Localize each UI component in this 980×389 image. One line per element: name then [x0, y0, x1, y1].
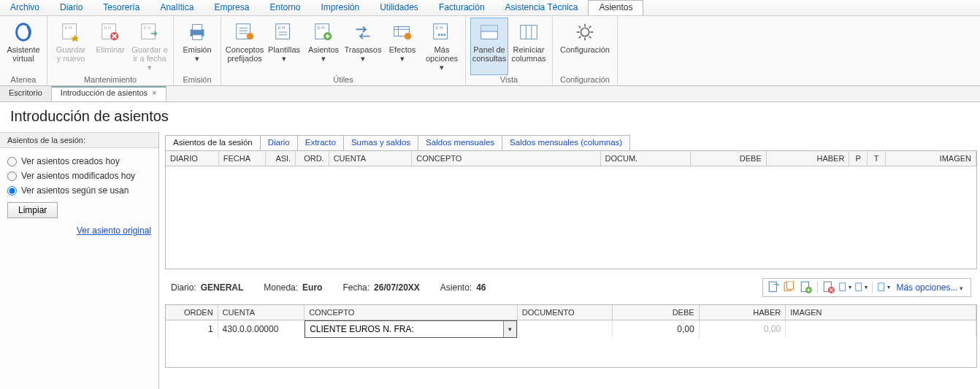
- radio-2[interactable]: Ver asientos según se usan: [7, 183, 151, 198]
- concepto-input[interactable]: [305, 321, 503, 337]
- doctab-escritorio[interactable]: Escritorio: [0, 86, 52, 101]
- col-diario[interactable]: DIARIO: [166, 151, 218, 166]
- page-title: Introducción de asientos: [0, 102, 980, 132]
- entry-info-bar: Diario:GENERAL Moneda:Euro Fecha:26/07/2…: [165, 269, 977, 304]
- menu-asientos[interactable]: Asientos: [588, 0, 643, 15]
- menu-archivo[interactable]: Archivo: [0, 0, 50, 15]
- doc-add-icon[interactable]: [800, 281, 813, 294]
- more-options-button[interactable]: Más opciones...: [893, 282, 966, 293]
- cell-haber[interactable]: 0,00: [699, 320, 786, 338]
- doc-new-icon[interactable]: [767, 281, 781, 294]
- col-asi.[interactable]: ASI.: [265, 151, 295, 166]
- menu-impresión[interactable]: Impresión: [310, 0, 370, 15]
- doc-copy-icon[interactable]: [784, 281, 797, 294]
- svg-rect-31: [787, 281, 794, 289]
- col-imagen[interactable]: IMAGEN: [885, 151, 976, 166]
- cell-imagen[interactable]: [786, 320, 976, 338]
- toolbar-separator: [872, 282, 873, 293]
- menu-diario[interactable]: Diario: [50, 0, 93, 15]
- ribbon-asientos-btn[interactable]: D HAsientos ▾: [305, 18, 342, 75]
- col-haber[interactable]: HABER: [766, 151, 849, 166]
- ribbon-emision[interactable]: Emisión ▾: [178, 18, 216, 75]
- ribbon-config[interactable]: Configuración: [566, 18, 604, 75]
- svg-text:D H: D H: [436, 26, 443, 30]
- entry-row: 1 430.0.0.00000 ▾ 0,00 0,00: [166, 320, 976, 338]
- ecol-debe[interactable]: DEBE: [613, 305, 700, 320]
- doctab-intro[interactable]: Introducción de asientos×: [52, 86, 166, 101]
- ribbon-asistente[interactable]: Asistente virtual: [4, 18, 42, 75]
- ribbon-label: Reiniciar columnas: [511, 45, 545, 63]
- col-fecha[interactable]: FECHA: [218, 151, 265, 166]
- ribbon-traspasos[interactable]: Traspasos ▾: [344, 18, 382, 75]
- ecol-imagen[interactable]: IMAGEN: [786, 305, 976, 320]
- ecol-concepto[interactable]: CONCEPTO: [305, 305, 518, 320]
- svg-rect-26: [481, 26, 498, 31]
- ribbon-efectos[interactable]: Efectos ▾: [383, 18, 421, 75]
- save-arrow-icon: D H: [138, 20, 161, 44]
- session-tab-4[interactable]: Saldos mensuales: [418, 135, 502, 150]
- col-docum.[interactable]: DOCUM.: [600, 151, 691, 166]
- clear-button[interactable]: Limpiar: [7, 202, 58, 218]
- svg-text:D H: D H: [278, 26, 286, 30]
- ribbon-mas-opc[interactable]: D HMás opciones ▾: [423, 18, 461, 75]
- moneda-label: Moneda:: [264, 282, 298, 293]
- col-cuenta[interactable]: CUENTA: [329, 151, 412, 166]
- doc-dd2-icon[interactable]: ▾: [854, 281, 868, 294]
- concepto-dropdown-button[interactable]: ▾: [503, 321, 516, 337]
- radio-input-2[interactable]: [7, 186, 17, 196]
- session-tab-3[interactable]: Sumas y saldos: [343, 135, 418, 150]
- radio-input-1[interactable]: [7, 172, 17, 181]
- menu-asistencia técnica[interactable]: Asistencia Técnica: [495, 0, 589, 15]
- ecol-cuenta[interactable]: CUENTA: [218, 305, 305, 320]
- session-tab-5[interactable]: Saldos mensuales (columnas): [502, 135, 630, 150]
- radio-1[interactable]: Ver asientos modificados hoy: [7, 169, 151, 183]
- ribbon-group-útiles: Conceptos prefijadosD HPlantillas ▾D HAs…: [221, 16, 466, 85]
- doc-dd3-icon[interactable]: ▾: [877, 281, 890, 294]
- toolbar-separator: [817, 282, 818, 293]
- view-original-link[interactable]: Ver asiento original: [77, 226, 151, 236]
- menu-entorno[interactable]: Entorno: [259, 0, 310, 15]
- session-tab-0[interactable]: Asientos de la sesión: [165, 135, 261, 150]
- cell-documento[interactable]: [517, 320, 612, 338]
- transfer-icon: [351, 20, 375, 44]
- col-p[interactable]: P: [849, 151, 868, 166]
- diario-label: Diario:: [171, 282, 196, 293]
- entry-toolbar: ▾ ▾ ▾ Más opciones...: [762, 278, 971, 297]
- ribbon-label: Asistente virtual: [7, 45, 39, 63]
- col-t[interactable]: T: [868, 151, 886, 166]
- ribbon-group-emisión: Emisión ▾Emisión: [174, 16, 221, 85]
- ribbon-group-configuración: ConfiguraciónConfiguración: [553, 16, 618, 85]
- menu-tesorería[interactable]: Tesorería: [93, 0, 150, 15]
- col-ord.[interactable]: ORD.: [296, 151, 329, 166]
- radio-0[interactable]: Ver asientos creados hoy: [7, 154, 151, 169]
- ribbon-label: Configuración: [560, 45, 610, 54]
- doc-delete-icon[interactable]: [822, 281, 835, 294]
- cell-concepto[interactable]: ▾: [305, 320, 518, 338]
- ribbon-reiniciar[interactable]: Reiniciar columnas: [510, 18, 548, 75]
- ribbon-plantillas[interactable]: D HPlantillas ▾: [265, 18, 303, 75]
- ribbon-panel-consultas[interactable]: Panel de consultas: [470, 18, 508, 75]
- ecol-haber[interactable]: HABER: [699, 305, 786, 320]
- more-icon: D H: [430, 20, 453, 44]
- ribbon-label: Panel de consultas: [472, 45, 506, 63]
- ecol-orden[interactable]: ORDEN: [166, 305, 218, 320]
- close-icon[interactable]: ×: [152, 88, 156, 97]
- svg-rect-36: [840, 282, 846, 290]
- cell-orden[interactable]: 1: [166, 320, 218, 338]
- session-tab-1[interactable]: Diario: [260, 135, 298, 150]
- ribbon-conceptos[interactable]: Conceptos prefijados: [226, 18, 264, 75]
- ribbon: Asistente virtualAteneaD HGuardar y nuev…: [0, 16, 980, 86]
- menu-facturación[interactable]: Facturación: [429, 0, 495, 15]
- menu-analítica[interactable]: Analítica: [150, 0, 204, 15]
- asiento-value: 46: [476, 282, 486, 293]
- cell-cuenta[interactable]: 430.0.0.00000: [218, 320, 305, 338]
- session-tab-2[interactable]: Extracto: [297, 135, 344, 150]
- ecol-documento[interactable]: DOCUMENTO: [517, 305, 612, 320]
- col-debe[interactable]: DEBE: [691, 151, 766, 166]
- doc-dd1-icon[interactable]: ▾: [838, 281, 851, 294]
- cell-debe[interactable]: 0,00: [613, 320, 700, 338]
- menu-empresa[interactable]: Empresa: [204, 0, 259, 15]
- col-concepto[interactable]: CONCEPTO: [412, 151, 600, 166]
- radio-input-0[interactable]: [7, 157, 17, 166]
- menu-utilidades[interactable]: Utilidades: [370, 0, 429, 15]
